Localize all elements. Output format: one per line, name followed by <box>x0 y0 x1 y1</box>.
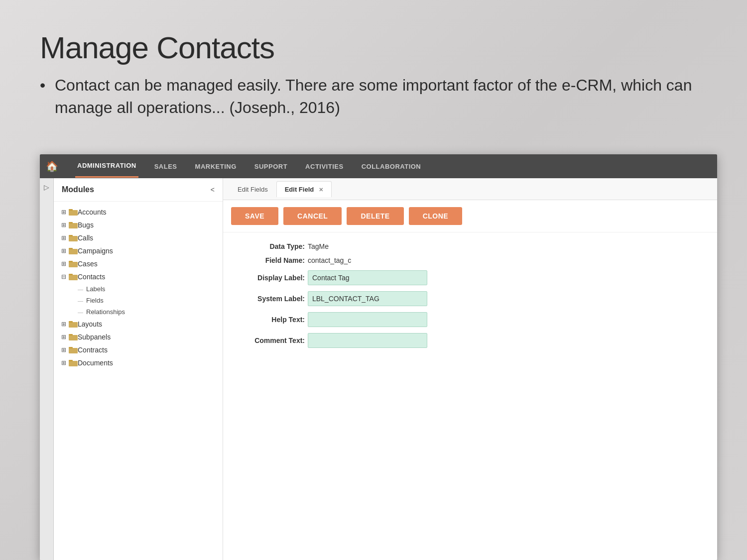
folder-contracts-icon <box>69 346 78 353</box>
toolbar: SAVE CANCEL DELETE CLONE <box>223 200 717 232</box>
svg-rect-16 <box>69 348 78 353</box>
contacts-child-fields[interactable]: Fields <box>74 295 223 306</box>
svg-rect-19 <box>69 360 73 361</box>
left-panel-toggle[interactable]: ▷ <box>40 178 54 560</box>
form-area: Data Type: TagMe Field Name: contact_tag… <box>223 232 717 560</box>
expand-layouts-icon: ⊞ <box>60 320 68 328</box>
folder-calls-icon <box>69 234 78 241</box>
expand-contacts-icon: ⊟ <box>60 273 68 281</box>
nav-administration[interactable]: ADMINISTRATION <box>75 155 138 178</box>
expand-subpanels-icon: ⊞ <box>60 333 68 341</box>
tree-item-subpanels[interactable]: ⊞ Subpanels <box>54 331 223 343</box>
nav-activities[interactable]: ACTIVITIES <box>303 156 346 177</box>
tree-item-contacts[interactable]: ⊟ Contacts <box>54 270 223 283</box>
contacts-child-relationships[interactable]: Relationships <box>74 306 223 318</box>
documents-label: Documents <box>78 359 113 367</box>
tab-close-icon[interactable]: ✕ <box>319 187 323 193</box>
svg-rect-9 <box>69 261 73 262</box>
cases-label: Cases <box>78 260 98 268</box>
data-type-row: Data Type: TagMe <box>235 242 705 250</box>
display-label-input[interactable] <box>308 270 427 285</box>
svg-rect-2 <box>69 223 78 228</box>
tree-item-documents[interactable]: ⊞ Documents <box>54 356 223 369</box>
fields-text: Fields <box>86 297 104 304</box>
folder-layouts-icon <box>69 321 78 328</box>
sidebar-collapse-button[interactable]: < <box>211 186 215 194</box>
calls-label: Calls <box>78 234 93 242</box>
svg-rect-1 <box>69 209 73 211</box>
labels-text: Labels <box>86 285 105 293</box>
crm-panel: 🏠 ADMINISTRATION SALES MARKETING SUPPORT… <box>40 154 717 560</box>
help-text-label: Help Text: <box>235 316 305 324</box>
slide-bullet: Contact can be managed easily. There are… <box>40 74 707 119</box>
display-label-row: Display Label: <box>235 270 705 285</box>
right-panel: Edit Fields Edit Field ✕ SAVE CANCEL DEL… <box>223 178 717 560</box>
contacts-children: Labels Fields Relationships <box>54 283 223 318</box>
nav-marketing[interactable]: MARKETING <box>193 156 239 177</box>
sidebar: Modules < ⊞ Accounts ⊞ <box>54 178 223 560</box>
svg-rect-0 <box>69 210 78 216</box>
nav-collaboration[interactable]: COLLABORATION <box>360 156 423 177</box>
clone-button[interactable]: CLONE <box>409 207 463 225</box>
svg-rect-12 <box>69 322 78 328</box>
comment-text-row: Comment Text: <box>235 333 705 348</box>
data-type-value: TagMe <box>308 242 329 250</box>
tree-item-campaigns[interactable]: ⊞ Campaigns <box>54 244 223 257</box>
tree-item-accounts[interactable]: ⊞ Accounts <box>54 206 223 219</box>
field-name-label: Field Name: <box>235 256 305 264</box>
bugs-label: Bugs <box>78 221 94 229</box>
nav-sales[interactable]: SALES <box>152 156 179 177</box>
cancel-button[interactable]: CANCEL <box>283 207 342 225</box>
svg-rect-18 <box>69 361 78 366</box>
slide-title: Manage Contacts <box>40 30 707 65</box>
sidebar-header: Modules < <box>54 178 223 202</box>
layouts-label: Layouts <box>78 320 102 328</box>
tree-item-cases[interactable]: ⊞ Cases <box>54 257 223 270</box>
tree-item-layouts[interactable]: ⊞ Layouts <box>54 318 223 331</box>
help-text-input[interactable] <box>308 312 427 327</box>
save-button[interactable]: SAVE <box>231 207 278 225</box>
field-name-row: Field Name: contact_tag_c <box>235 256 705 264</box>
home-icon[interactable]: 🏠 <box>46 160 58 172</box>
comment-text-label: Comment Text: <box>235 336 305 344</box>
tree-item-calls[interactable]: ⊞ Calls <box>54 231 223 244</box>
comment-text-input[interactable] <box>308 333 427 348</box>
tab-edit-fields[interactable]: Edit Fields <box>229 181 276 197</box>
delete-button[interactable]: DELETE <box>347 207 403 225</box>
expand-campaigns-icon: ⊞ <box>60 247 68 255</box>
svg-rect-10 <box>69 275 78 280</box>
svg-rect-17 <box>69 347 73 348</box>
svg-rect-15 <box>69 334 73 336</box>
contacts-label: Contacts <box>78 273 105 281</box>
folder-accounts-icon <box>69 209 78 216</box>
help-text-row: Help Text: <box>235 312 705 327</box>
display-label-label: Display Label: <box>235 274 305 282</box>
tab-edit-field[interactable]: Edit Field ✕ <box>276 181 332 197</box>
svg-rect-14 <box>69 335 78 340</box>
svg-rect-5 <box>69 235 73 236</box>
folder-bugs-icon <box>69 222 78 228</box>
expand-documents-icon: ⊞ <box>60 359 68 367</box>
expand-contracts-icon: ⊞ <box>60 346 68 354</box>
tab-edit-field-label: Edit Field <box>285 186 314 193</box>
subpanels-label: Subpanels <box>78 333 111 341</box>
folder-documents-icon <box>69 359 78 366</box>
expand-cases-icon: ⊞ <box>60 260 68 268</box>
relationships-text: Relationships <box>86 308 125 316</box>
system-label-label: System Label: <box>235 295 305 303</box>
tab-bar: Edit Fields Edit Field ✕ <box>223 178 717 200</box>
tree-item-contracts[interactable]: ⊞ Contracts <box>54 343 223 356</box>
accounts-label: Accounts <box>78 208 107 216</box>
tree-item-bugs[interactable]: ⊞ Bugs <box>54 219 223 231</box>
system-label-input[interactable] <box>308 291 427 306</box>
svg-rect-3 <box>69 222 73 224</box>
expand-bugs-icon: ⊞ <box>60 221 68 229</box>
svg-rect-7 <box>69 248 73 249</box>
nav-bar: 🏠 ADMINISTRATION SALES MARKETING SUPPORT… <box>40 154 717 178</box>
nav-support[interactable]: SUPPORT <box>252 156 289 177</box>
contracts-label: Contracts <box>78 346 108 354</box>
folder-subpanels-icon <box>69 334 78 340</box>
svg-rect-11 <box>69 274 73 275</box>
tree-container: ⊞ Accounts ⊞ Bugs <box>54 202 223 560</box>
contacts-child-labels[interactable]: Labels <box>74 283 223 295</box>
